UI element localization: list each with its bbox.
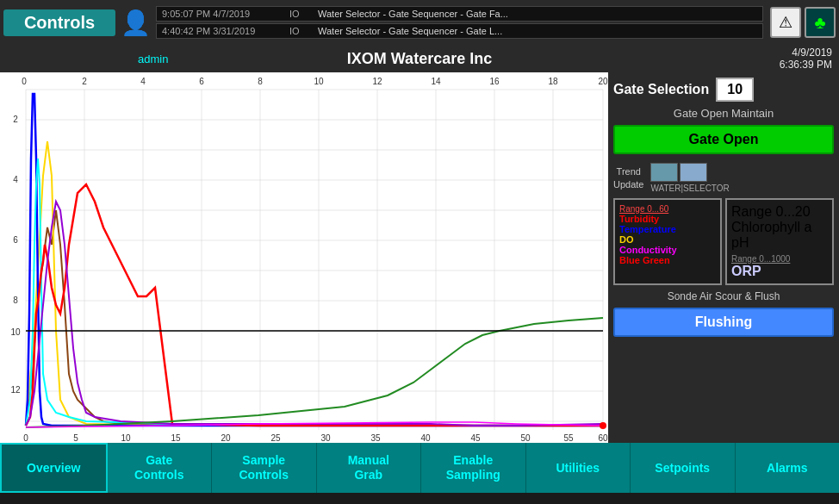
svg-text:25: 25	[270, 433, 281, 443]
svg-text:8: 8	[258, 77, 263, 86]
legend-conductivity: Conductivity	[619, 245, 716, 255]
svg-text:55: 55	[563, 433, 574, 443]
nav-utilities[interactable]: Utilities	[526, 443, 631, 493]
legend-ph: pH	[731, 235, 828, 251]
right-panel: Gate Selection Gate Open Maintain Gate O…	[608, 72, 839, 443]
svg-text:16: 16	[489, 77, 500, 86]
ws-block-2	[680, 163, 707, 182]
datetime-label: 4/9/2019 6:36:39 PM	[780, 47, 832, 71]
svg-text:50: 50	[520, 433, 531, 443]
svg-text:2: 2	[82, 77, 87, 86]
svg-text:8: 8	[13, 296, 18, 305]
header-icons: ⚠ ♣	[770, 7, 836, 38]
svg-text:12: 12	[10, 385, 21, 395]
person-icon: 👤	[121, 9, 151, 37]
gate-selection-row: Gate Selection	[613, 78, 834, 102]
chart-svg: 0 2 4 6 8 10 12 14 16 18 20 2 4 6 8 10 1…	[0, 72, 608, 443]
admin-label: admin	[138, 53, 168, 65]
svg-text:14: 14	[431, 77, 441, 86]
alert-1-message: Water Selector - Gate Sequencer - Gate F…	[318, 9, 508, 19]
legend-orp: ORP	[731, 264, 828, 279]
svg-text:2: 2	[13, 115, 18, 124]
svg-text:0: 0	[22, 77, 27, 86]
nav-setpoints[interactable]: Setpoints	[631, 443, 736, 493]
svg-text:12: 12	[372, 77, 382, 86]
svg-text:15: 15	[171, 433, 181, 443]
gate-open-maintain-label: Gate Open Maintain	[613, 107, 834, 120]
svg-text:20: 20	[598, 77, 608, 86]
legend-temperature: Temperature	[619, 224, 716, 234]
svg-text:45: 45	[470, 433, 481, 443]
trend-update-label: TrendUpdate	[613, 165, 643, 190]
svg-text:0: 0	[23, 433, 28, 443]
svg-text:30: 30	[320, 433, 331, 443]
chart-area: 0 2 4 6 8 10 12 14 16 18 20 2 4 6 8 10 1…	[0, 72, 608, 443]
alert-row-1[interactable]: 9:05:07 PM 4/7/2019 IO Water Selector - …	[156, 6, 763, 22]
svg-text:10: 10	[121, 433, 131, 443]
alert-2-time: 4:40:42 PM 3/31/2019	[162, 26, 283, 36]
nav-gate-controls[interactable]: GateControls	[108, 443, 213, 493]
bottom-navigation: Overview GateControls SampleControls Man…	[0, 443, 839, 493]
water-selector-brand-label: WATER|SELECTOR	[650, 184, 729, 193]
svg-text:4: 4	[13, 175, 18, 184]
svg-text:60: 60	[598, 433, 608, 443]
legend-do: DO	[619, 234, 716, 245]
svg-text:20: 20	[221, 433, 231, 443]
nav-sample-controls[interactable]: SampleControls	[212, 443, 317, 493]
legend-turbidity: Turbidity	[619, 214, 716, 224]
ws-block-1	[650, 163, 678, 182]
svg-text:18: 18	[548, 77, 558, 86]
svg-rect-0	[0, 72, 608, 443]
alert-row-2[interactable]: 4:40:42 PM 3/31/2019 IO Water Selector -…	[156, 23, 763, 39]
nav-alarms[interactable]: Alarms	[736, 443, 840, 493]
svg-text:4: 4	[140, 77, 146, 86]
legend-bluegreen: Blue Green	[619, 255, 716, 265]
flushing-button[interactable]: Flushing	[613, 308, 834, 337]
time-label: 6:36:39 PM	[780, 59, 832, 71]
svg-text:35: 35	[370, 433, 381, 443]
nav-enable-sampling[interactable]: EnableSampling	[421, 443, 526, 493]
range-label-right-top: Range 0...20	[731, 204, 828, 220]
controls-label: Controls	[3, 9, 115, 36]
legend-box-left: Range 0...60 Turbidity Temperature DO Co…	[613, 198, 722, 285]
header-bar: Controls 👤 9:05:07 PM 4/7/2019 IO Water …	[0, 0, 839, 45]
alert-2-message: Water Selector - Gate Sequencer - Gate L…	[318, 26, 502, 36]
trend-update-area: TrendUpdate WATER|SELECTOR	[613, 163, 834, 193]
gate-selection-label: Gate Selection	[613, 82, 709, 97]
water-selector-blocks: WATER|SELECTOR	[650, 163, 729, 193]
nav-manual-grab[interactable]: ManualGrab	[317, 443, 422, 493]
alert-1-type: IO	[289, 9, 311, 19]
legend-box-right: Range 0...20 Chlorophyll a pH Range 0...…	[725, 198, 834, 285]
nav-overview[interactable]: Overview	[0, 443, 108, 493]
settings-icon-button[interactable]: ♣	[805, 7, 836, 38]
alerts-area: 9:05:07 PM 4/7/2019 IO Water Selector - …	[156, 6, 763, 39]
alert-2-type: IO	[289, 26, 311, 36]
svg-text:10: 10	[10, 327, 21, 337]
legend-row: Range 0...60 Turbidity Temperature DO Co…	[613, 198, 834, 285]
svg-text:10: 10	[314, 77, 324, 86]
range-label-right-bottom: Range 0...1000	[731, 254, 828, 264]
svg-text:6: 6	[199, 77, 204, 86]
svg-point-55	[600, 422, 606, 429]
company-title: IXOM Watercare Inc	[347, 50, 492, 68]
gate-open-button[interactable]: Gate Open	[613, 125, 834, 154]
alert-1-time: 9:05:07 PM 4/7/2019	[162, 9, 283, 19]
legend-chlorophyll: Chlorophyll a	[731, 220, 828, 235]
alert-icon-button[interactable]: ⚠	[770, 7, 801, 38]
main-content: 0 2 4 6 8 10 12 14 16 18 20 2 4 6 8 10 1…	[0, 72, 839, 443]
subheader: admin IXOM Watercare Inc 4/9/2019 6:36:3…	[0, 45, 839, 72]
svg-text:40: 40	[420, 433, 431, 443]
svg-text:5: 5	[73, 433, 78, 443]
sonde-label: Sonde Air Scour & Flush	[613, 290, 834, 302]
date-label: 4/9/2019	[792, 47, 832, 59]
range-label-left: Range 0...60	[619, 204, 716, 214]
gate-selection-input[interactable]	[716, 78, 754, 102]
svg-text:6: 6	[13, 235, 18, 245]
